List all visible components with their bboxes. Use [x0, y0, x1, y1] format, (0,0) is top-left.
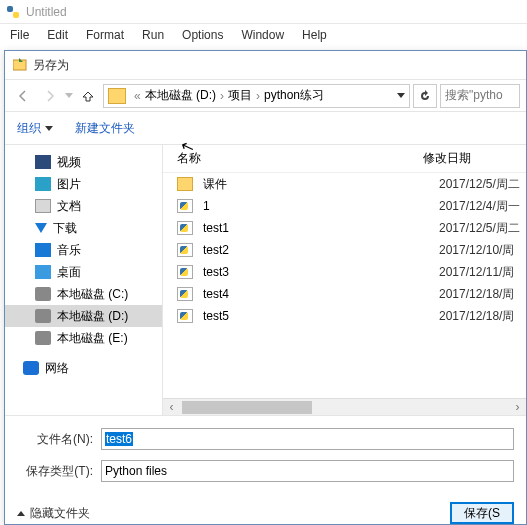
menu-run[interactable]: Run [142, 28, 164, 42]
file-date: 2017/12/18/周 [439, 286, 514, 303]
python-icon [6, 5, 20, 19]
svg-rect-0 [7, 6, 13, 12]
chevron-down-icon [45, 126, 53, 131]
file-name: test2 [203, 243, 439, 257]
new-folder-button[interactable]: 新建文件夹 [75, 120, 135, 137]
chevron-right-icon: › [256, 89, 260, 103]
up-button[interactable] [76, 84, 100, 108]
tree-item-disk[interactable]: 本地磁盘 (E:) [5, 327, 162, 349]
list-header: 名称 修改日期 [163, 145, 526, 173]
filetype-select[interactable]: Python files [101, 460, 514, 482]
file-date: 2017/12/5/周二 [439, 220, 520, 237]
desk-icon [35, 265, 51, 279]
breadcrumb-folder1[interactable]: 项目 [228, 87, 252, 104]
menu-file[interactable]: File [10, 28, 29, 42]
file-row[interactable]: test12017/12/5/周二 [163, 217, 526, 239]
breadcrumb-drive[interactable]: 本地磁盘 (D:) [145, 87, 216, 104]
breadcrumb-root-chevron[interactable]: « [134, 89, 141, 103]
main-area: 视频图片文档下载音乐桌面本地磁盘 (C:)本地磁盘 (D:)本地磁盘 (E:)网… [5, 145, 526, 415]
tree-item-label: 音乐 [57, 242, 81, 259]
breadcrumb-bar[interactable]: « 本地磁盘 (D:) › 项目 › python练习 [103, 84, 410, 108]
python-file-icon [177, 287, 193, 301]
scroll-left-icon[interactable]: ‹ [163, 400, 180, 414]
horizontal-scrollbar[interactable]: ‹ › [163, 398, 526, 415]
bottom-panel: 文件名(N): test6 保存类型(T): Python files [5, 415, 526, 496]
tree-item-label: 本地磁盘 (C:) [57, 286, 128, 303]
ide-titlebar: Untitled [0, 0, 527, 24]
tree-item-desk[interactable]: 桌面 [5, 261, 162, 283]
svg-rect-1 [13, 12, 19, 18]
tree-item-network[interactable]: 网络 [5, 357, 162, 379]
file-date: 2017/12/4/周一 [439, 198, 520, 215]
forward-button [38, 84, 62, 108]
chevron-right-icon: › [220, 89, 224, 103]
tree-item-pic[interactable]: 图片 [5, 173, 162, 195]
tree-item-label: 视频 [57, 154, 81, 171]
tree-item-doc[interactable]: 文档 [5, 195, 162, 217]
hide-folders-toggle[interactable]: 隐藏文件夹 [17, 505, 90, 522]
toolbar-row: 组织 新建文件夹 [5, 111, 526, 145]
video-icon [35, 155, 51, 169]
music-icon [35, 243, 51, 257]
menu-edit[interactable]: Edit [47, 28, 68, 42]
save-button-label: 保存(S [464, 505, 500, 522]
file-date: 2017/12/10/周 [439, 242, 514, 259]
ide-menubar: File Edit Format Run Options Window Help [0, 24, 527, 46]
tree-item-label: 本地磁盘 (D:) [57, 308, 128, 325]
file-name: test4 [203, 287, 439, 301]
down-icon [35, 223, 47, 233]
nav-tree: 视频图片文档下载音乐桌面本地磁盘 (C:)本地磁盘 (D:)本地磁盘 (E:)网… [5, 145, 163, 415]
save-icon [13, 58, 27, 72]
scroll-track[interactable] [180, 400, 509, 415]
column-name[interactable]: 名称 [177, 150, 423, 167]
file-name: test5 [203, 309, 439, 323]
file-name: 1 [203, 199, 439, 213]
file-list: 名称 修改日期 课件2017/12/5/周二12017/12/4/周一test1… [163, 145, 526, 415]
menu-format[interactable]: Format [86, 28, 124, 42]
tree-item-label: 网络 [45, 360, 69, 377]
search-input[interactable]: 搜索"pytho [440, 84, 520, 108]
menu-window[interactable]: Window [241, 28, 284, 42]
file-date: 2017/12/5/周二 [439, 176, 520, 193]
tree-item-video[interactable]: 视频 [5, 151, 162, 173]
file-row[interactable]: test22017/12/10/周 [163, 239, 526, 261]
filename-label: 文件名(N): [17, 431, 101, 448]
file-name: test1 [203, 221, 439, 235]
tree-item-down[interactable]: 下载 [5, 217, 162, 239]
tree-item-music[interactable]: 音乐 [5, 239, 162, 261]
filetype-label: 保存类型(T): [17, 463, 101, 480]
file-row[interactable]: test52017/12/18/周 [163, 305, 526, 327]
organize-menu[interactable]: 组织 [17, 120, 53, 137]
tree-item-label: 桌面 [57, 264, 81, 281]
pic-icon [35, 177, 51, 191]
disk-icon [35, 287, 51, 301]
dialog-title: 另存为 [33, 57, 69, 74]
python-file-icon [177, 309, 193, 323]
tree-item-disk[interactable]: 本地磁盘 (D:) [5, 305, 162, 327]
dialog-titlebar: 另存为 [5, 51, 526, 79]
tree-item-disk[interactable]: 本地磁盘 (C:) [5, 283, 162, 305]
save-button[interactable]: 保存(S [450, 502, 514, 524]
breadcrumb-dropdown-icon[interactable] [397, 93, 405, 98]
menu-help[interactable]: Help [302, 28, 327, 42]
file-row[interactable]: 课件2017/12/5/周二 [163, 173, 526, 195]
filename-input[interactable]: test6 [101, 428, 514, 450]
tree-item-label: 文档 [57, 198, 81, 215]
file-date: 2017/12/11/周 [439, 264, 514, 281]
tree-item-label: 下载 [53, 220, 77, 237]
file-row[interactable]: test32017/12/11/周 [163, 261, 526, 283]
menu-options[interactable]: Options [182, 28, 223, 42]
python-file-icon [177, 221, 193, 235]
hide-folders-label: 隐藏文件夹 [30, 505, 90, 522]
breadcrumb-folder2[interactable]: python练习 [264, 87, 324, 104]
scroll-thumb[interactable] [182, 401, 312, 414]
file-row[interactable]: test42017/12/18/周 [163, 283, 526, 305]
file-row[interactable]: 12017/12/4/周一 [163, 195, 526, 217]
python-file-icon [177, 199, 193, 213]
history-dropdown-icon[interactable] [65, 93, 73, 98]
back-button[interactable] [11, 84, 35, 108]
refresh-button[interactable] [413, 84, 437, 108]
python-file-icon [177, 265, 193, 279]
column-date[interactable]: 修改日期 [423, 150, 526, 167]
scroll-right-icon[interactable]: › [509, 400, 526, 414]
